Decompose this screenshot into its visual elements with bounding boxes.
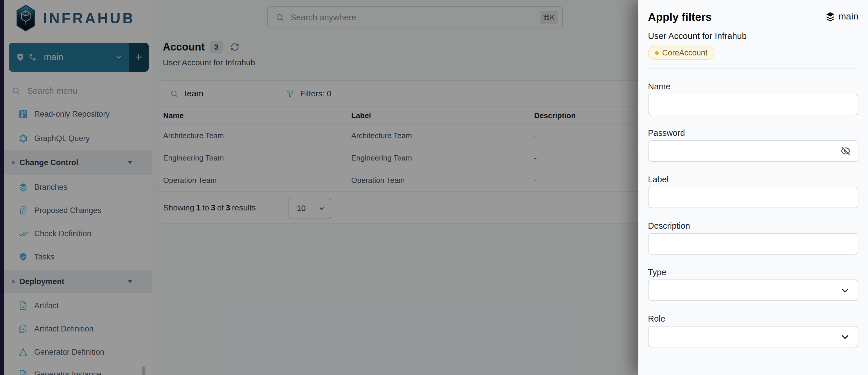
role-filter-select[interactable] [648,326,859,347]
layers-stack-icon [825,11,836,22]
panel-subtitle: User Account for Infrahub [648,31,859,41]
password-filter-input[interactable] [648,140,859,162]
app-root: INFRAHUB main + Se [0,0,868,375]
eye-off-icon[interactable] [840,146,851,156]
type-filter-select[interactable] [648,280,859,301]
branch-indicator: main [825,11,859,22]
chevron-down-icon [840,332,850,342]
chevron-down-icon [840,285,850,295]
kind-badge: CoreAccount [648,46,714,60]
filters-form: Name Password Label Description [648,69,859,347]
description-filter-input[interactable] [648,233,859,254]
label-filter-label: Label [648,175,859,184]
apply-filters-panel: Apply filters main User Account for Infr… [639,0,868,375]
type-filter-label: Type [648,267,859,277]
label-filter-input[interactable] [648,187,859,208]
panel-title: Apply filters [648,10,712,24]
description-filter-label: Description [648,221,859,231]
name-filter-label: Name [648,82,859,91]
role-filter-label: Role [648,314,859,324]
badge-dot-icon [655,51,659,55]
password-filter-label: Password [648,128,859,138]
name-filter-input[interactable] [648,94,859,115]
panel-header: Apply filters main User Account for Infr… [648,0,859,69]
panel-branch-label: main [838,11,859,22]
